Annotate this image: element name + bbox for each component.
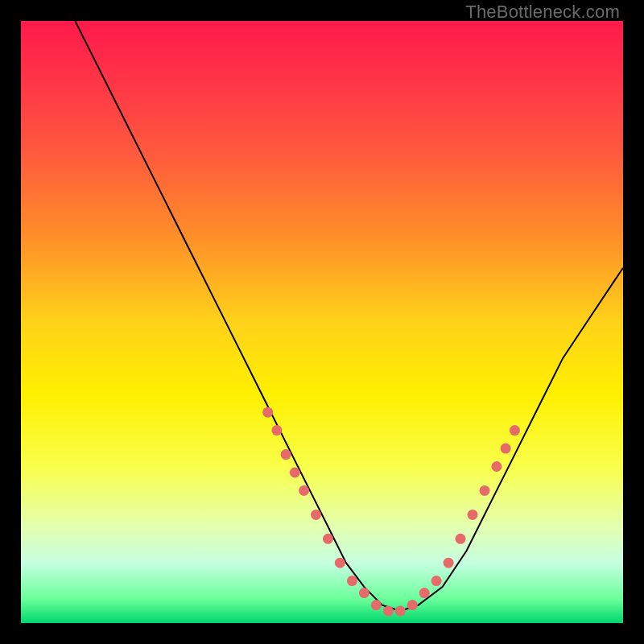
highlight-dot: [290, 468, 300, 478]
highlight-dot: [311, 510, 321, 520]
highlight-dot: [431, 576, 442, 586]
highlight-dot: [491, 461, 502, 472]
highlight-dot: [456, 534, 466, 544]
watermark-label: TheBottleneck.com: [465, 2, 620, 23]
highlight-dot: [444, 558, 454, 568]
highlight-dot: [281, 449, 291, 460]
chart-gradient-background: [21, 21, 623, 623]
highlight-dot: [299, 485, 309, 496]
highlight-dot: [419, 588, 430, 598]
highlight-dot: [480, 485, 490, 496]
highlight-dot: [359, 588, 369, 598]
highlight-dot: [271, 425, 282, 436]
highlight-dot: [407, 600, 418, 610]
highlight-dot: [383, 606, 394, 617]
highlight-dot: [371, 600, 382, 610]
highlight-dot: [335, 558, 345, 568]
highlight-dot: [323, 534, 333, 544]
highlight-dot: [262, 407, 273, 418]
highlight-dot: [395, 606, 406, 617]
highlight-dot: [347, 576, 357, 586]
highlight-dot: [501, 444, 511, 454]
chart-svg: [21, 21, 623, 623]
highlight-dot: [468, 510, 478, 520]
highlight-dot: [510, 425, 520, 436]
